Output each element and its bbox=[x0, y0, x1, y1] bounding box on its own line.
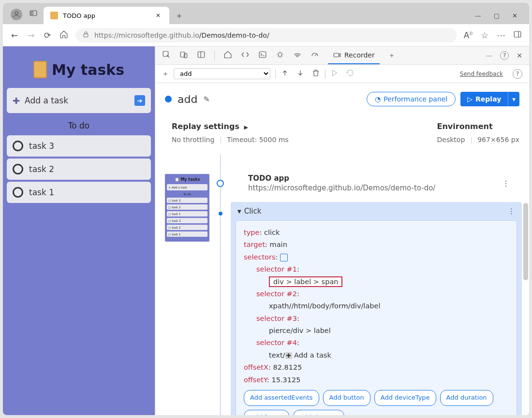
replay-settings-heading[interactable]: Replay settings ▶ bbox=[172, 122, 289, 131]
recorder-toolbar: ＋ add Send feedback ? bbox=[155, 65, 529, 83]
svg-rect-13 bbox=[334, 53, 339, 57]
recorder-tab[interactable]: Recorder bbox=[328, 46, 380, 64]
timeline-node-active[interactable] bbox=[218, 211, 223, 216]
console-tab-icon[interactable] bbox=[258, 50, 267, 60]
task-checkbox[interactable] bbox=[13, 164, 23, 174]
browser-tab[interactable]: TODO app ✕ bbox=[44, 7, 169, 24]
inspect-icon[interactable] bbox=[162, 50, 171, 60]
step-more-icon[interactable]: ⋮ bbox=[502, 179, 510, 188]
recording-header: add ✎ ◔Performance panel ▷Replay ▾ bbox=[155, 83, 529, 115]
maximize-button[interactable]: ▢ bbox=[494, 12, 500, 19]
site-info-icon[interactable] bbox=[82, 31, 89, 40]
task-item[interactable]: task 2 bbox=[7, 159, 151, 180]
recording-name: add bbox=[177, 93, 197, 105]
address-bar[interactable]: https://microsoftedge.github.io/Demos/de… bbox=[75, 28, 457, 43]
env-device: Desktop bbox=[437, 136, 465, 144]
selector-4-value[interactable]: text/✚ Add a task bbox=[244, 349, 509, 361]
devtools-close-icon[interactable]: ✕ bbox=[517, 52, 522, 59]
elements-tab-icon[interactable] bbox=[241, 50, 250, 60]
svg-rect-9 bbox=[198, 52, 205, 58]
todo-app: My tasks ✚ Add a task ➔ To do task 3task… bbox=[3, 46, 155, 415]
import-icon[interactable] bbox=[296, 69, 305, 79]
minimize-button[interactable]: — bbox=[475, 12, 481, 19]
svg-point-12 bbox=[278, 53, 282, 57]
recording-status-dot bbox=[165, 96, 172, 102]
more-tabs-button[interactable]: ＋ bbox=[388, 51, 395, 60]
add-property-chip[interactable]: Add duration bbox=[440, 390, 493, 406]
plus-chip-icon: ✚ bbox=[285, 352, 292, 359]
click-step-body: type: click target: main selectors: sele… bbox=[236, 220, 517, 415]
tab-title: TODO app bbox=[63, 12, 149, 19]
home-button[interactable] bbox=[59, 30, 69, 41]
browser-toolbar: ← → ⟳ https://microsoftedge.github.io/De… bbox=[3, 24, 529, 46]
clipboard-icon bbox=[33, 61, 47, 78]
network-tab-icon[interactable] bbox=[293, 50, 302, 60]
new-tab-button[interactable]: ＋ bbox=[169, 10, 189, 24]
environment-heading: Environment bbox=[437, 122, 519, 131]
selector-2-value[interactable]: xpath//html/body/form/div/label bbox=[244, 300, 509, 312]
selector-picker-icon[interactable] bbox=[280, 254, 288, 261]
devtools-more-icon[interactable]: ⋯ bbox=[486, 52, 492, 59]
play-icon: ▷ bbox=[467, 95, 473, 103]
add-property-chip[interactable]: Add assertedEvents bbox=[244, 390, 319, 406]
selector-1-input[interactable]: div > label > span bbox=[269, 276, 342, 287]
add-property-chip[interactable]: Add timeout bbox=[293, 410, 344, 415]
click-step-header[interactable]: ▼ Click ⋮ bbox=[231, 202, 522, 220]
task-item[interactable]: task 3 bbox=[7, 135, 151, 157]
replay-button[interactable]: ▷Replay bbox=[460, 92, 508, 106]
task-item[interactable]: task 1 bbox=[7, 182, 151, 203]
performance-tab-icon[interactable] bbox=[310, 50, 319, 60]
env-size: 967×656 px bbox=[477, 136, 519, 144]
tab-favicon bbox=[50, 12, 58, 19]
submit-arrow-icon[interactable]: ➔ bbox=[134, 95, 145, 106]
timeline-node[interactable] bbox=[217, 180, 224, 187]
delete-icon[interactable] bbox=[311, 69, 320, 79]
task-checkbox[interactable] bbox=[13, 141, 23, 151]
click-more-icon[interactable]: ⋮ bbox=[508, 207, 515, 216]
devtools-help-icon[interactable]: ? bbox=[500, 51, 509, 60]
add-property-chip[interactable]: Add deviceType bbox=[374, 390, 436, 406]
svg-rect-4 bbox=[514, 31, 521, 37]
close-window-button[interactable]: ✕ bbox=[512, 12, 517, 19]
new-recording-button[interactable]: ＋ bbox=[162, 70, 169, 78]
device-icon[interactable] bbox=[179, 50, 188, 60]
performance-panel-button[interactable]: ◔Performance panel bbox=[367, 92, 456, 106]
step-click: ▼ Click ⋮ type: click target: main selec… bbox=[217, 202, 522, 415]
step-url: https://microsoftedge.github.io/Demos/de… bbox=[248, 184, 515, 192]
scrollbar[interactable] bbox=[523, 203, 528, 280]
page-thumbnail: 📋 My tasks + Add a task To do ○ task 3 ○… bbox=[165, 174, 209, 242]
replay-dropdown[interactable]: ▾ bbox=[508, 92, 519, 106]
task-label: task 3 bbox=[29, 141, 54, 151]
back-button[interactable]: ← bbox=[10, 30, 19, 40]
help-icon[interactable]: ? bbox=[513, 69, 522, 79]
throttling-value: No throttling bbox=[172, 136, 214, 144]
welcome-tab-icon[interactable] bbox=[223, 50, 232, 60]
add-task-input[interactable]: ✚ Add a task ➔ bbox=[7, 88, 151, 113]
add-task-label: Add a task bbox=[25, 96, 130, 105]
refresh-button[interactable]: ⟳ bbox=[43, 30, 52, 40]
step-icon bbox=[346, 69, 355, 79]
svg-rect-2 bbox=[31, 12, 33, 14]
timeline-area: 📋 My tasks + Add a task To do ○ task 3 ○… bbox=[155, 155, 529, 415]
sources-tab-icon[interactable] bbox=[276, 50, 284, 60]
export-icon[interactable] bbox=[281, 69, 289, 79]
svg-rect-11 bbox=[259, 52, 266, 58]
add-property-chip[interactable]: Add button bbox=[323, 390, 370, 406]
read-aloud-icon[interactable]: A)) bbox=[463, 30, 473, 40]
selector-3-value[interactable]: pierce/div > label bbox=[244, 325, 509, 337]
devtools-panel: Recorder ＋ ⋯ ? ✕ ＋ add bbox=[155, 46, 529, 415]
favorite-icon[interactable]: ☆ bbox=[480, 30, 489, 40]
send-feedback-link[interactable]: Send feedback bbox=[460, 71, 503, 77]
workspaces-icon[interactable] bbox=[29, 9, 38, 20]
profile-icon[interactable] bbox=[11, 9, 22, 20]
dock-icon[interactable] bbox=[197, 50, 206, 60]
settings-row: Replay settings ▶ No throttling Timeout:… bbox=[155, 115, 529, 155]
edit-name-icon[interactable]: ✎ bbox=[203, 95, 209, 104]
close-tab-icon[interactable]: ✕ bbox=[154, 11, 163, 20]
sidebar-toggle-icon[interactable] bbox=[513, 30, 522, 41]
timeout-value: Timeout: 5000 ms bbox=[227, 136, 288, 144]
recording-selector[interactable]: add bbox=[174, 68, 270, 79]
menu-icon[interactable]: ⋯ bbox=[496, 30, 506, 40]
task-checkbox[interactable] bbox=[13, 187, 23, 198]
add-property-chip[interactable]: Add frame bbox=[244, 410, 289, 415]
